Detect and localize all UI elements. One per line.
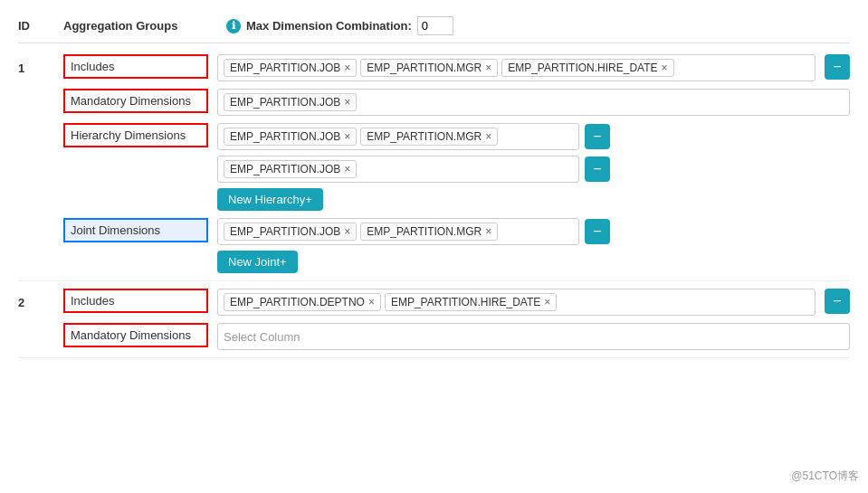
tag-x-icon[interactable]: × (485, 62, 491, 74)
joint-row-1a: EMP_PARTITION.JOB × EMP_PARTITION.MGR × … (217, 218, 610, 245)
tag-j-mgr-1a: EMP_PARTITION.MGR × (360, 223, 498, 241)
mandatory-label-2: Mandatory Dimensions (63, 323, 208, 347)
hierarchy-row-1a: EMP_PARTITION.JOB × EMP_PARTITION.MGR × … (217, 123, 610, 150)
joint-sub-1: EMP_PARTITION.JOB × EMP_PARTITION.MGR × … (217, 218, 610, 273)
joint-tags-1a[interactable]: EMP_PARTITION.JOB × EMP_PARTITION.MGR × (217, 218, 579, 245)
tag-h-job-1a: EMP_PARTITION.JOB × (224, 128, 357, 146)
tag-x-icon[interactable]: × (485, 225, 491, 238)
tag-x-icon[interactable]: × (344, 96, 350, 109)
hierarchy-tags-1a[interactable]: EMP_PARTITION.JOB × EMP_PARTITION.MGR × (217, 123, 579, 150)
tag-h-job-1b: EMP_PARTITION.JOB × (224, 160, 357, 178)
max-dimension-header: ℹ Max Dimension Combination: (226, 16, 453, 35)
tag-x-icon[interactable]: × (344, 130, 350, 143)
hierarchy-row-1b: EMP_PARTITION.JOB × − (217, 156, 610, 183)
mandatory-tags-1[interactable]: EMP_PARTITION.JOB × (217, 89, 850, 116)
tag-x-icon[interactable]: × (485, 130, 491, 143)
remove-hierarchy-1a-button[interactable]: − (585, 124, 610, 149)
group-id-2: 2 (18, 289, 63, 309)
tag-x-icon[interactable]: × (344, 62, 350, 74)
tag-x-icon[interactable]: × (368, 296, 375, 308)
max-value-input[interactable] (417, 16, 453, 35)
mandatory-placeholder-2: Select Column (224, 330, 300, 344)
hierarchy-label-1: Hierarchy Dimensions (63, 123, 208, 147)
remove-joint-1a-button[interactable]: − (585, 219, 610, 244)
tag-x-icon[interactable]: × (662, 62, 668, 74)
mandatory-tags-2[interactable]: Select Column (217, 323, 850, 350)
includes-tags-1[interactable]: EMP_PARTITION.JOB × EMP_PARTITION.MGR × … (217, 54, 816, 81)
mandatory-label-1: Mandatory Dimensions (63, 89, 208, 113)
hierarchy-section-1: Hierarchy Dimensions EMP_PARTITION.JOB ×… (63, 123, 850, 211)
remove-group-1-button[interactable]: − (825, 54, 850, 80)
group-block-1: 1 Includes EMP_PARTITION.JOB × EMP_PARTI… (18, 47, 850, 281)
remove-hierarchy-1b-button[interactable]: − (585, 156, 610, 182)
tag-j-job-1a: EMP_PARTITION.JOB × (224, 223, 357, 241)
info-icon: ℹ (226, 19, 241, 33)
tag-x-icon[interactable]: × (344, 163, 350, 175)
group-block-2: 2 Includes EMP_PARTITION.DEPTNO × EMP_PA… (18, 281, 850, 358)
tag-job-1: EMP_PARTITION.JOB × (224, 59, 357, 77)
hierarchy-tags-1b[interactable]: EMP_PARTITION.JOB × (217, 156, 579, 183)
tag-deptno-2: EMP_PARTITION.DEPTNO × (224, 293, 381, 311)
remove-group-2-button[interactable]: − (825, 289, 850, 314)
tag-x-icon[interactable]: × (344, 225, 350, 238)
tag-hire-1: EMP_PARTITION.HIRE_DATE × (501, 59, 673, 77)
includes-label-1: Includes (63, 54, 208, 79)
group-content-1: Includes EMP_PARTITION.JOB × EMP_PARTITI… (63, 54, 850, 273)
includes-section-1: Includes EMP_PARTITION.JOB × EMP_PARTITI… (63, 54, 850, 81)
tag-hire-2: EMP_PARTITION.HIRE_DATE × (385, 293, 557, 311)
tag-mgr-1: EMP_PARTITION.MGR × (360, 59, 498, 77)
tag-x-icon[interactable]: × (544, 296, 550, 308)
id-column-header: ID (18, 19, 63, 33)
group-id-1: 1 (18, 54, 63, 75)
max-label: Max Dimension Combination: (246, 19, 412, 33)
includes-label-2: Includes (63, 289, 208, 313)
ag-column-header: Aggregation Groups (63, 19, 226, 33)
mandatory-section-1: Mandatory Dimensions EMP_PARTITION.JOB × (63, 89, 850, 116)
group-content-2: Includes EMP_PARTITION.DEPTNO × EMP_PART… (63, 289, 850, 350)
new-hierarchy-button[interactable]: New Hierarchy+ (217, 188, 323, 211)
hierarchy-sub-1: EMP_PARTITION.JOB × EMP_PARTITION.MGR × … (217, 123, 610, 211)
tag-mand-job-1: EMP_PARTITION.JOB × (224, 93, 357, 111)
mandatory-section-2: Mandatory Dimensions Select Column (63, 323, 850, 350)
new-joint-button[interactable]: New Joint+ (217, 251, 298, 273)
joint-label-1: Joint Dimensions (63, 218, 208, 242)
includes-tags-2[interactable]: EMP_PARTITION.DEPTNO × EMP_PARTITION.HIR… (217, 289, 816, 316)
joint-section-1: Joint Dimensions EMP_PARTITION.JOB × EMP… (63, 218, 850, 273)
includes-section-2: Includes EMP_PARTITION.DEPTNO × EMP_PART… (63, 289, 850, 316)
tag-h-mgr-1a: EMP_PARTITION.MGR × (360, 128, 498, 146)
